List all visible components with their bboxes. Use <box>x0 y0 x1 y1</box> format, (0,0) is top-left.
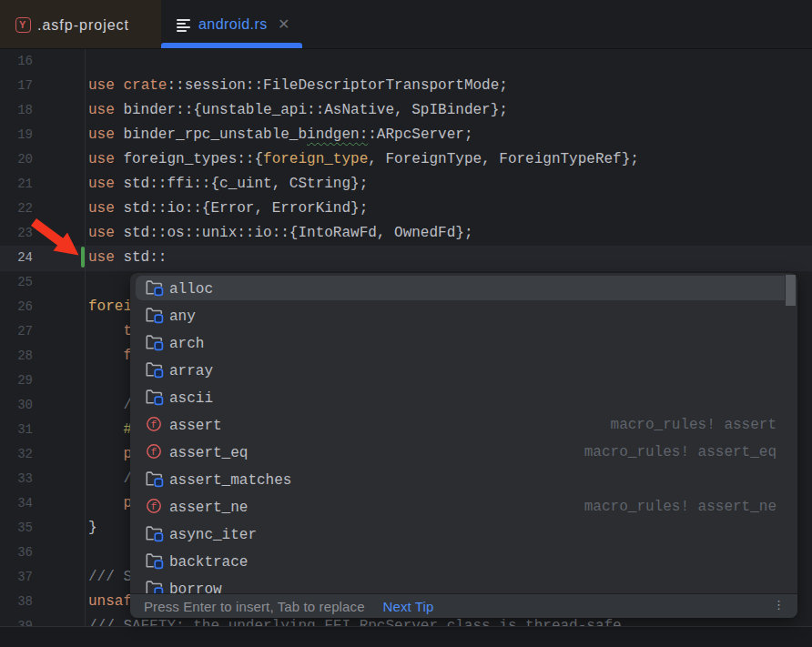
svg-text:f: f <box>151 446 157 458</box>
svg-text:f: f <box>151 500 157 512</box>
svg-text:f: f <box>151 419 157 430</box>
